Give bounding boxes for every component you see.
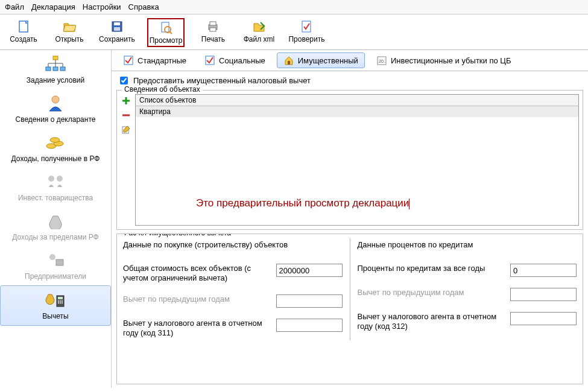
total-cost-input[interactable] — [276, 264, 343, 277]
menu-help[interactable]: Справка — [128, 2, 159, 11]
main-area: Стандартные Социальные Имущественный 20.… — [112, 50, 588, 388]
svg-point-20 — [52, 96, 59, 103]
svg-point-26 — [49, 254, 55, 260]
svg-rect-27 — [56, 259, 63, 265]
sidebar-item-label: Задание условий — [27, 76, 84, 84]
toolbar-label: Печать — [201, 35, 225, 43]
deduction-tabs: Стандартные Социальные Имущественный 20.… — [112, 50, 588, 71]
toolbar-label: Просмотр — [150, 36, 183, 45]
floppy-disk-icon — [110, 19, 124, 34]
tab-invest-losses[interactable]: 20.. Инвестиционные и убытки по ЦБ — [370, 52, 518, 68]
provide-deduction-label: Предоставить имущественный налоговый выч… — [133, 76, 311, 85]
calendar-icon: 20.. — [376, 55, 387, 66]
briefcase-icon — [43, 250, 68, 270]
svg-rect-30 — [58, 300, 59, 302]
menu-settings[interactable]: Настройки — [83, 2, 121, 11]
svg-rect-29 — [58, 297, 63, 299]
toolbar-label: Файл xml — [244, 35, 275, 43]
calc-col-purchase: Данные по покупке (строительству) объект… — [121, 238, 350, 340]
svg-text:20..: 20.. — [379, 59, 386, 63]
house-icon — [283, 55, 294, 66]
prev-years-deduction-input[interactable] — [276, 294, 343, 308]
sidebar-item-income-rf[interactable]: Доходы, полученные в РФ — [0, 129, 111, 168]
svg-rect-35 — [62, 302, 63, 304]
svg-point-25 — [57, 176, 63, 182]
sidebar-item-declarant[interactable]: Сведения о декларанте — [0, 89, 111, 129]
xml-button[interactable]: Файл xml — [241, 18, 276, 47]
calc-group: Расчет имущественного вычета Данные по п… — [116, 234, 583, 384]
check-page-icon — [299, 19, 314, 34]
svg-rect-3 — [114, 27, 120, 31]
tab-label: Инвестиционные и убытки по ЦБ — [391, 56, 511, 65]
objects-list-row[interactable]: Квартира — [136, 106, 578, 117]
tree-icon — [43, 54, 68, 74]
svg-point-24 — [48, 176, 54, 182]
tab-label: Социальные — [219, 56, 265, 65]
toolbar-label: Открыть — [55, 35, 83, 43]
print-button[interactable]: Печать — [195, 18, 230, 47]
save-button[interactable]: Сохранить — [98, 18, 136, 47]
menubar: Файл Декларация Настройки Справка — [0, 0, 588, 14]
magnifier-page-icon — [159, 21, 173, 35]
objects-list-header: Список объектов — [136, 95, 578, 106]
sidebar-item-conditions[interactable]: Задание условий — [0, 50, 111, 89]
edit-object-button[interactable] — [121, 124, 131, 135]
agent-deduction-312-input[interactable] — [510, 312, 577, 325]
objects-list[interactable]: Список объектов Квартира Это предварител… — [135, 94, 579, 226]
calculator-coins-icon — [43, 290, 68, 310]
toolbar-label: Проверить — [288, 35, 324, 43]
menu-declaration[interactable]: Декларация — [31, 2, 75, 11]
tab-standard[interactable]: Стандартные — [116, 52, 193, 68]
interest-prev-years-input[interactable] — [510, 288, 577, 301]
check-button[interactable]: Проверить — [287, 18, 326, 47]
field-label: Общая стоимость всех объектов (с учетом … — [123, 264, 270, 284]
sidebar-item-income-foreign: Доходы за пределами РФ — [0, 207, 111, 246]
remove-object-button[interactable] — [121, 110, 131, 121]
printer-icon — [206, 19, 220, 34]
coins-icon — [43, 132, 68, 153]
svg-rect-33 — [58, 302, 59, 304]
open-button[interactable]: Открыть — [52, 18, 87, 47]
sidebar-item-label: Предприниматели — [25, 272, 86, 281]
create-button[interactable]: Создать — [6, 18, 41, 47]
tab-label: Имущественный — [298, 56, 358, 65]
calc-col-interest: Данные процентов по кредитам Проценты по… — [355, 238, 580, 340]
check-box-icon — [123, 55, 134, 66]
field-label: Вычет по предыдущим годам — [358, 288, 505, 297]
svg-rect-12 — [46, 67, 51, 71]
preview-button[interactable]: Просмотр — [147, 18, 185, 47]
svg-rect-11 — [53, 56, 58, 60]
tab-social[interactable]: Социальные — [198, 52, 272, 68]
toolbar-label: Создать — [10, 35, 37, 43]
sidebar-item-label: Доходы, полученные в РФ — [11, 154, 100, 163]
person-icon — [43, 93, 68, 113]
sidebar-item-label: Доходы за пределами РФ — [12, 233, 98, 241]
agent-deduction-311-input[interactable] — [276, 319, 343, 332]
interest-total-input[interactable] — [510, 264, 577, 277]
provide-deduction-checkbox[interactable] — [120, 77, 128, 84]
objects-group-title: Сведения об объектах — [122, 85, 203, 94]
calc-group-title: Расчет имущественного вычета — [122, 234, 233, 237]
svg-rect-13 — [53, 67, 58, 71]
svg-rect-9 — [210, 28, 216, 31]
xml-file-icon — [251, 19, 266, 34]
tab-property[interactable]: Имущественный — [277, 52, 365, 68]
toolbar-label: Сохранить — [99, 35, 135, 43]
folder-open-icon — [62, 19, 77, 34]
toolbar: Создать Открыть Сохранить Просмотр Печат… — [0, 14, 588, 50]
money-bag-icon — [43, 211, 68, 231]
field-label: Вычет по предыдущим годам — [123, 294, 270, 304]
sidebar-item-label: Сведения о декларанте — [16, 115, 96, 124]
field-label: Вычет у налогового агента в отчетном год… — [358, 312, 505, 332]
check-box-icon — [204, 55, 215, 66]
sidebar-item-invest: Инвест. товарищества — [0, 168, 111, 207]
svg-rect-34 — [60, 302, 61, 304]
tab-label: Стандартные — [138, 56, 186, 65]
svg-rect-32 — [62, 300, 63, 302]
menu-file[interactable]: Файл — [5, 2, 24, 11]
add-object-button[interactable] — [121, 95, 131, 106]
svg-rect-14 — [60, 67, 65, 71]
sidebar-item-deductions[interactable]: Вычеты — [0, 285, 111, 326]
sidebar-item-label: Вычеты — [42, 312, 68, 320]
field-label: Вычет у налогового агента в отчетном год… — [123, 319, 270, 339]
